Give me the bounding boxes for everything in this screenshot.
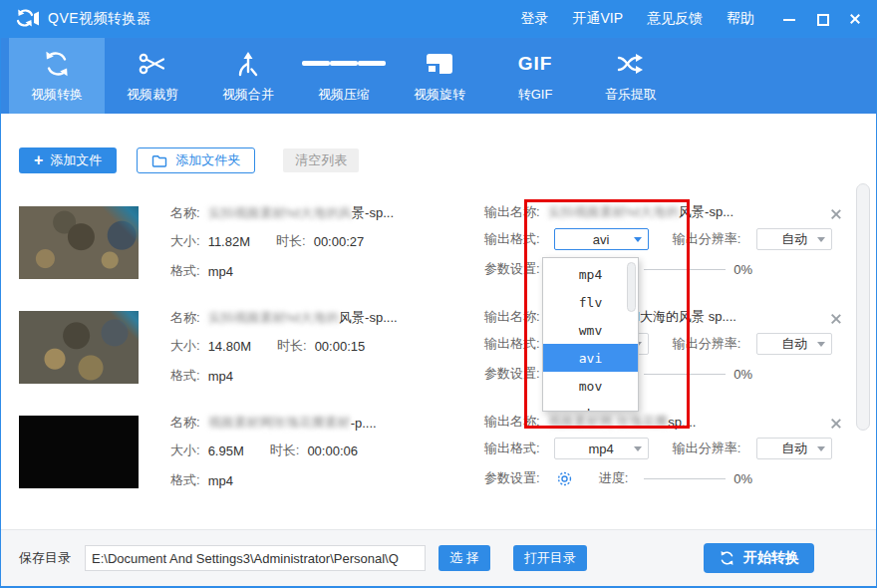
out-format-select[interactable]: mp4 (554, 438, 649, 459)
add-files-button[interactable]: + 添加文件 (19, 147, 117, 173)
dropdown-option-flv[interactable]: flv (543, 288, 638, 316)
merge-icon (233, 49, 263, 79)
shuffle-icon (616, 49, 646, 79)
out-format-label: 输出格式: (484, 335, 540, 353)
file-format: mp4 (208, 473, 233, 488)
dropdown-option-wmv[interactable]: wmv (543, 316, 638, 344)
chevron-down-icon (634, 446, 642, 451)
dropdown-option-mov[interactable]: mov (543, 372, 638, 400)
maximize-icon[interactable] (815, 12, 829, 26)
tab-label: 视频裁剪 (127, 86, 178, 104)
save-dir-label: 保存目录 (19, 549, 71, 567)
chevron-down-icon (634, 237, 642, 242)
out-resolution-value: 自动 (781, 440, 807, 457)
add-files-label: 添加文件 (50, 151, 102, 169)
login-link[interactable]: 登录 (520, 10, 548, 28)
tab-label: 视频压缩 (318, 86, 370, 104)
folder-icon (151, 154, 167, 167)
dropdown-option-avi[interactable]: avi (543, 344, 638, 372)
file-name-censored: 实拍视频素材hd大海的风 (208, 204, 352, 222)
add-folder-button[interactable]: 添加文件夹 (137, 147, 255, 173)
minimize-icon[interactable] (782, 12, 796, 26)
scissors-icon (138, 49, 167, 79)
plus-icon: + (34, 152, 43, 168)
out-resolution-select[interactable]: 自动 (756, 438, 832, 459)
gear-icon[interactable] (556, 470, 573, 487)
start-convert-button[interactable]: 开始转换 (704, 543, 814, 573)
out-resolution-value: 自动 (781, 230, 807, 248)
vip-link[interactable]: 开通VIP (572, 10, 623, 28)
params-label: 参数设置: (484, 365, 540, 383)
close-window-icon[interactable] (848, 12, 862, 26)
remove-file-icon[interactable] (830, 208, 842, 220)
format-label: 格式: (170, 471, 200, 489)
choose-dir-button[interactable]: 选 择 (438, 545, 490, 571)
name-label: 名称: (170, 414, 200, 432)
out-name-label: 输出名称: (484, 203, 540, 221)
tab-video-convert[interactable]: 视频转换 (9, 38, 105, 114)
tab-video-merge[interactable]: 视频合并 (200, 38, 296, 114)
progress-percent: 0% (733, 367, 752, 382)
titlebar: QVE视频转换器 登录 开通VIP 意见反馈 帮助 (1, 0, 876, 38)
duration-label: 时长: (270, 441, 300, 459)
video-thumbnail (19, 206, 139, 279)
tab-video-compress[interactable]: 视频压缩 (296, 38, 392, 114)
save-dir-input[interactable] (85, 545, 426, 571)
scrollbar-thumb[interactable] (856, 183, 870, 431)
footer-bar: 保存目录 选 择 打开目录 开始转换 (1, 529, 876, 586)
dropdown-option-mkv[interactable]: mkv (543, 400, 638, 412)
tab-video-rotate[interactable]: 视频旋转 (392, 38, 487, 114)
tab-label: 视频转换 (31, 86, 83, 104)
sync-icon (42, 49, 72, 79)
video-thumbnail (19, 416, 139, 488)
file-duration: 00:00:06 (307, 443, 358, 458)
progress-bar (644, 478, 726, 479)
tab-to-gif[interactable]: GIF 转GIF (487, 38, 583, 114)
size-label: 大小: (170, 232, 200, 250)
format-dropdown-list: mp4 flv wmv avi mov mkv (542, 257, 639, 412)
out-resolution-select[interactable]: 自动 (756, 333, 832, 355)
app-title: QVE视频转换器 (48, 10, 151, 28)
scrollbar-track (855, 120, 871, 523)
video-thumbnail (19, 311, 139, 384)
out-name-censored: 实拍视频素材hd大海的 (548, 203, 679, 221)
file-list: 名称: 实拍视频素材hd大海的风 景-sp... 大小: 11.82M 时长: … (1, 194, 876, 508)
out-format-select[interactable]: avi (554, 228, 649, 250)
remove-file-icon[interactable] (830, 313, 842, 325)
progress-percent: 0% (733, 471, 752, 486)
progress-percent: 0% (733, 262, 752, 277)
tab-label: 音乐提取 (605, 86, 657, 104)
file-duration: 00:00:15 (315, 339, 366, 354)
size-label: 大小: (170, 337, 200, 355)
tab-video-trim[interactable]: 视频裁剪 (105, 38, 200, 114)
file-size: 11.82M (208, 234, 250, 249)
app-logo-icon (15, 8, 39, 30)
remove-file-icon[interactable] (830, 418, 842, 430)
out-resolution-select[interactable]: 自动 (756, 228, 832, 250)
out-resolution-value: 自动 (781, 335, 807, 353)
titlebar-links: 登录 开通VIP 意见反馈 帮助 (520, 10, 754, 28)
start-convert-label: 开始转换 (743, 549, 799, 567)
tab-audio-extract[interactable]: 音乐提取 (583, 38, 679, 114)
dropdown-scrollbar[interactable] (627, 262, 636, 312)
clear-list-button[interactable]: 清空列表 (283, 148, 359, 172)
open-dir-button[interactable]: 打开目录 (513, 545, 587, 571)
progress-bar (644, 374, 726, 375)
out-resolution-label: 输出分辨率: (673, 335, 741, 353)
tab-label: 视频旋转 (414, 86, 465, 104)
file-size: 14.80M (208, 339, 251, 354)
toolbar: 视频转换 视频裁剪 视频合并 (1, 38, 876, 114)
out-name-censored: 视频素材网 玫瑰花瓣 (548, 413, 669, 431)
help-link[interactable]: 帮助 (727, 10, 754, 28)
feedback-link[interactable]: 意见反馈 (647, 10, 703, 28)
file-name: 景-sp... (352, 204, 394, 222)
out-format-value: avi (593, 232, 610, 247)
file-row-3: 名称: 视频素材网玫瑰花瓣素材 -p.... 大小: 6.95M 时长: 00:… (1, 404, 876, 508)
rotate-icon (427, 49, 452, 79)
dropdown-option-mp4[interactable]: mp4 (543, 260, 638, 288)
out-format-label: 输出格式: (484, 230, 540, 248)
progress-label: 进度: (599, 469, 629, 487)
chevron-down-icon (817, 342, 825, 347)
actions-row: + 添加文件 添加文件夹 清空列表 (1, 114, 876, 173)
add-folder-label: 添加文件夹 (175, 151, 240, 169)
